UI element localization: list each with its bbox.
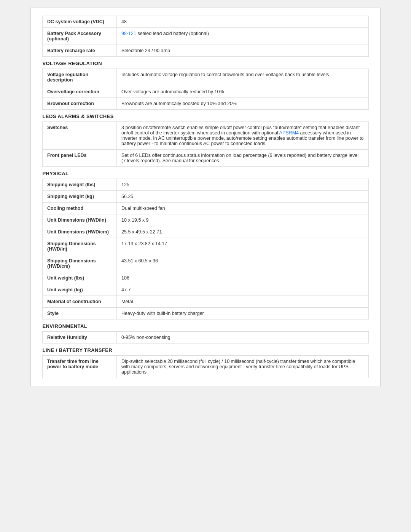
spec-value: Dip-switch selectable 20 millisecond (fu… bbox=[117, 356, 369, 378]
section-header-leds-alarms--switches: LEDS ALARMS & SWITCHES bbox=[43, 110, 369, 122]
spec-label: Unit weight (kg) bbox=[43, 284, 117, 296]
spec-label: Switches bbox=[43, 122, 117, 150]
spec-value: 43.51 x 60.5 x 36 bbox=[117, 255, 369, 272]
spec-value: 48 bbox=[117, 16, 369, 28]
spec-label: Transfer time from line power to battery… bbox=[43, 356, 117, 378]
spec-value: 56.25 bbox=[117, 191, 369, 203]
spec-label: Overvoltage correction bbox=[43, 86, 117, 98]
spec-value: 125 bbox=[117, 179, 369, 191]
spec-value: Heavy-duty with built-in battery charger bbox=[117, 308, 369, 320]
spec-value: 106 bbox=[117, 272, 369, 284]
spec-label: Unit weight (lbs) bbox=[43, 272, 117, 284]
spec-label: Voltage regulation description bbox=[43, 69, 117, 86]
spec-label: Battery Pack Accessory (optional) bbox=[43, 28, 117, 45]
spec-value: Metal bbox=[117, 296, 369, 308]
spec-label: Battery recharge rate bbox=[43, 45, 117, 57]
spec-value: Set of 6 LEDs offer continuous status in… bbox=[117, 150, 369, 167]
spec-label: Shipping Dimensions (HWD/in) bbox=[43, 238, 117, 255]
spec-label: Shipping weight (kg) bbox=[43, 191, 117, 203]
spec-value: 10 x 19.5 x 9 bbox=[117, 214, 369, 226]
section-header-line--battery-transfer: LINE / BATTERY TRANSFER bbox=[43, 343, 369, 356]
spec-table: DC system voltage (VDC)48Battery Pack Ac… bbox=[42, 16, 369, 378]
section-header-physical: PHYSICAL bbox=[43, 167, 369, 179]
spec-value: Dual multi-speed fan bbox=[117, 203, 369, 214]
section-header-environmental: ENVIRONMENTAL bbox=[43, 320, 369, 332]
spec-value: 25.5 x 49.5 x 22.71 bbox=[117, 226, 369, 238]
spec-label: Shipping Dimensions (HWD/cm) bbox=[43, 255, 117, 272]
spec-label: Relative Humidity bbox=[43, 332, 117, 343]
spec-label: Brownout correction bbox=[43, 98, 117, 110]
spec-label: Style bbox=[43, 308, 117, 320]
spec-value: Selectable 23 / 90 amp bbox=[117, 45, 369, 57]
apsrm4-link[interactable]: APSRM4 bbox=[279, 130, 299, 136]
battery-pack-link[interactable]: 98-121 bbox=[121, 31, 136, 36]
spec-label: Front panel LEDs bbox=[43, 150, 117, 167]
spec-label: Material of construction bbox=[43, 296, 117, 308]
page-container: DC system voltage (VDC)48Battery Pack Ac… bbox=[30, 8, 381, 386]
spec-label: Cooling method bbox=[43, 203, 117, 214]
spec-value: 47.7 bbox=[117, 284, 369, 296]
spec-label: DC system voltage (VDC) bbox=[43, 16, 117, 28]
spec-value: 3 position on/off/remote switch enables … bbox=[117, 122, 369, 150]
spec-label: Shipping weight (lbs) bbox=[43, 179, 117, 191]
spec-label: Unit Dimensions (HWD/in) bbox=[43, 214, 117, 226]
section-header-voltage-regulation: VOLTAGE REGULATION bbox=[43, 57, 369, 69]
spec-value: Over-voltages are automatically reduced … bbox=[117, 86, 369, 98]
spec-value: 98-121 sealed lead acid battery (optiona… bbox=[117, 28, 369, 45]
spec-value: Brownouts are automatically boosted by 1… bbox=[117, 98, 369, 110]
spec-value: Includes automatic voltage regulation to… bbox=[117, 69, 369, 86]
spec-label: Unit Dimensions (HWD/cm) bbox=[43, 226, 117, 238]
spec-value: 0-95% non-condensing bbox=[117, 332, 369, 343]
spec-value: 17.13 x 23.82 x 14.17 bbox=[117, 238, 369, 255]
